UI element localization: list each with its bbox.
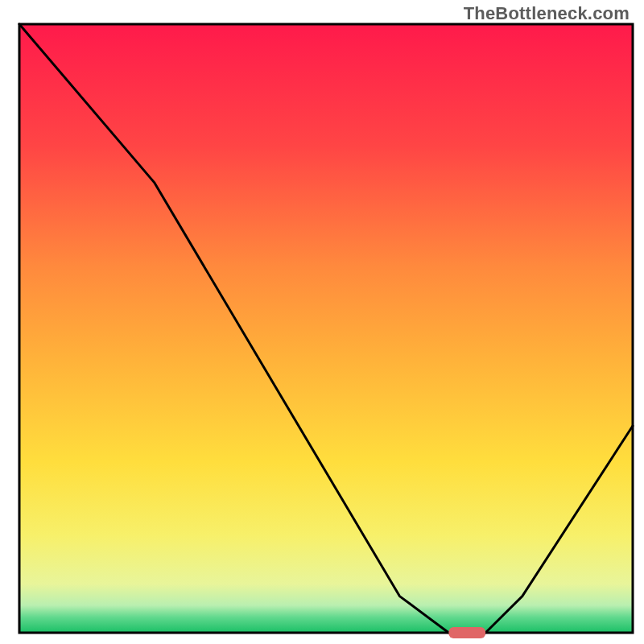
bottleneck-chart (0, 0, 644, 644)
plot-background (19, 24, 633, 633)
optimal-range-marker (448, 627, 485, 638)
watermark-text: TheBottleneck.com (464, 3, 630, 24)
